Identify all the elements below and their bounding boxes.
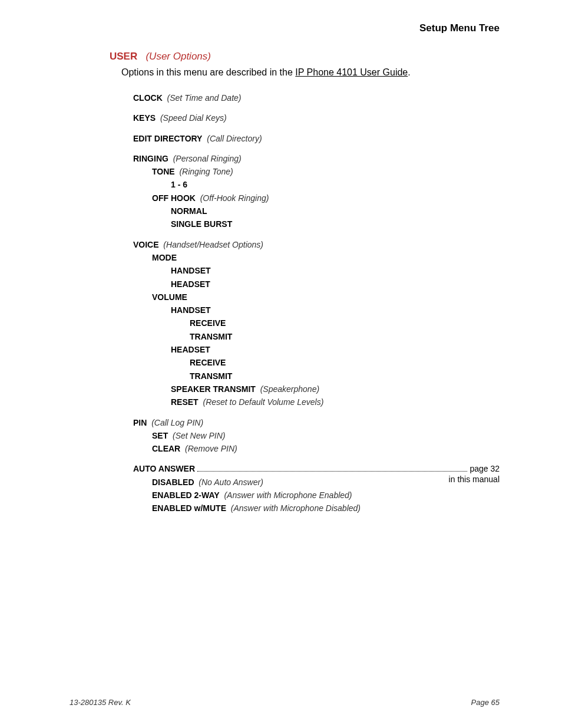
auto-enabledm-label: ENABLED w/MUTE [152, 503, 226, 513]
speaker-label: SPEAKER TRANSMIT [171, 384, 256, 394]
vol-headset-receive: RECEIVE [190, 357, 500, 368]
vol-headset-transmit: TRANSMIT [190, 370, 500, 382]
menu-tree: CLOCK (Set Time and Date) KEYS (Speed Di… [133, 92, 500, 515]
auto-enabled2-label: ENABLED 2-WAY [152, 490, 220, 500]
editdir-label: EDIT DIRECTORY [133, 134, 202, 143]
offhook-item: OFF HOOK (Off-Hook Ringing) [152, 192, 500, 204]
speaker-item: SPEAKER TRANSMIT (Speakerphone) [171, 383, 500, 395]
clock-item: CLOCK (Set Time and Date) [133, 92, 500, 104]
pin-clear-label: CLEAR [152, 444, 180, 453]
ringing-label: RINGING [133, 154, 168, 163]
keys-label: KEYS [133, 113, 156, 123]
tone-item: TONE (Ringing Tone) [152, 166, 500, 177]
auto-disabled-item: DISABLED (No Auto Answer) [152, 476, 500, 488]
auto-disabled-desc: (No Auto Answer) [199, 477, 263, 487]
pin-desc: (Call Log PIN) [151, 418, 203, 427]
pin-clear-item: CLEAR (Remove PIN) [152, 443, 500, 454]
intro-text: Options in this menu are described in th… [121, 67, 500, 78]
intro-prefix: Options in this menu are described in th… [121, 67, 295, 77]
section-user: USER [110, 51, 137, 62]
pin-set-label: SET [152, 431, 168, 440]
volume-label: VOLUME [152, 291, 500, 303]
clock-label: CLOCK [133, 93, 163, 103]
offhook-single: SINGLE BURST [171, 218, 500, 230]
auto-enabledm-item: ENABLED w/MUTE (Answer with Microphone D… [152, 502, 500, 514]
pin-set-item: SET (Set New PIN) [152, 430, 500, 442]
clock-desc: (Set Time and Date) [167, 93, 242, 103]
voice-label: VOICE [133, 240, 159, 249]
vol-handset-transmit: TRANSMIT [190, 331, 500, 342]
vol-handset-receive: RECEIVE [190, 317, 500, 329]
intro-link: IP Phone 4101 User Guide [295, 67, 408, 77]
ringing-desc: (Personal Ringing) [173, 154, 242, 163]
voice-item: VOICE (Handset/Headset Options) [133, 239, 500, 251]
pin-label: PIN [133, 418, 147, 427]
section-title: USER (User Options) [110, 51, 500, 62]
keys-item: KEYS (Speed Dial Keys) [133, 112, 500, 124]
auto-answer-label: AUTO ANSWER [133, 463, 195, 475]
offhook-label: OFF HOOK [152, 193, 196, 203]
speaker-desc: (Speakerphone) [260, 384, 319, 394]
keys-desc: (Speed Dial Keys) [160, 113, 227, 123]
auto-enabled2-desc: (Answer with Microphone Enabled) [224, 490, 352, 500]
tone-desc: (Ringing Tone) [179, 167, 233, 176]
in-this-manual: in this manual [449, 473, 500, 485]
auto-enabled2-item: ENABLED 2-WAY (Answer with Microphone En… [152, 489, 500, 501]
editdir-item: EDIT DIRECTORY (Call Directory) [133, 133, 500, 144]
pin-item: PIN (Call Log PIN) [133, 417, 500, 429]
page-header: Setup Menu Tree [70, 22, 500, 34]
vol-handset-label: HANDSET [171, 304, 500, 316]
mode-headset: HEADSET [171, 278, 500, 290]
intro-suffix: . [408, 67, 410, 77]
auto-enabledm-desc: (Answer with Microphone Disabled) [231, 503, 361, 513]
reset-label: RESET [171, 397, 199, 407]
dots-leader [197, 471, 467, 472]
footer-right: Page 65 [471, 698, 500, 707]
auto-answer-item: AUTO ANSWER page 32 in this manual [133, 463, 500, 475]
ringing-item: RINGING (Personal Ringing) [133, 153, 500, 164]
mode-label: MODE [152, 252, 500, 263]
vol-headset-label: HEADSET [171, 344, 500, 355]
pin-clear-desc: (Remove PIN) [185, 444, 237, 453]
reset-desc: (Reset to Default Volume Levels) [203, 397, 323, 407]
page-footer: 13-280135 Rev. K Page 65 [70, 698, 500, 707]
offhook-desc: (Off-Hook Ringing) [200, 193, 269, 203]
auto-disabled-label: DISABLED [152, 477, 194, 487]
pin-set-desc: (Set New PIN) [173, 431, 225, 440]
footer-left: 13-280135 Rev. K [70, 698, 131, 707]
mode-handset: HANDSET [171, 265, 500, 276]
offhook-normal: NORMAL [171, 205, 500, 217]
editdir-desc: (Call Directory) [207, 134, 262, 143]
reset-item: RESET (Reset to Default Volume Levels) [171, 396, 500, 408]
voice-desc: (Handset/Headset Options) [163, 240, 263, 249]
tone-range: 1 - 6 [171, 179, 500, 190]
section-desc: (User Options) [146, 51, 211, 62]
tone-label: TONE [152, 167, 175, 176]
